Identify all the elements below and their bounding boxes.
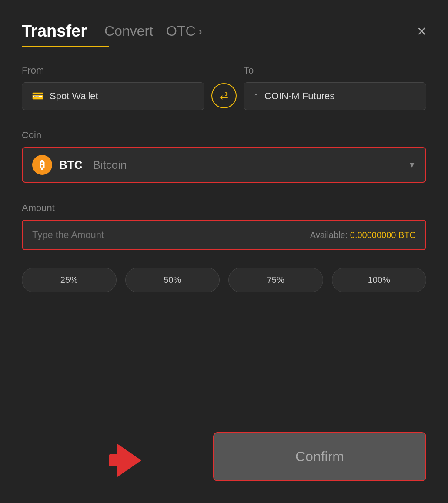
pct-100-button[interactable]: 100% (332, 268, 427, 292)
swap-button[interactable]: ⇄ (211, 83, 237, 108)
otc-chevron-icon: › (198, 24, 202, 38)
header-divider (22, 47, 426, 47)
to-column: To ↑ COIN-M Futures (244, 65, 426, 110)
tab-otc[interactable]: OTC › (166, 23, 202, 39)
from-to-section: From 💳 Spot Wallet ⇄ To ↑ COIN-M Futures (22, 65, 426, 110)
from-wallet-label: Spot Wallet (50, 91, 98, 102)
available-text: Available: 0.00000000 BTC (310, 230, 416, 240)
percentage-row: 25% 50% 75% 100% (22, 268, 426, 292)
coin-section: Coin ₿ BTC Bitcoin ▼ (22, 130, 426, 183)
from-column: From 💳 Spot Wallet (22, 65, 204, 110)
confirm-button[interactable]: Confirm (213, 432, 426, 481)
amount-section: Amount Available: 0.00000000 BTC (22, 202, 426, 250)
wallet-icon: 💳 (32, 91, 43, 102)
to-label: To (244, 65, 426, 76)
arrow-indicator (117, 444, 141, 477)
from-label: From (22, 65, 204, 76)
available-amount: 0.00000000 BTC (350, 230, 416, 240)
transfer-modal: Transfer Convert OTC › × From 💳 Spot Wal… (0, 0, 448, 503)
amount-input[interactable] (32, 229, 310, 241)
bottom-area: Confirm (22, 432, 426, 481)
pct-75-button[interactable]: 75% (228, 268, 323, 292)
btc-icon: ₿ (32, 155, 52, 175)
swap-wrapper: ⇄ (204, 83, 244, 110)
tab-transfer[interactable]: Transfer (22, 22, 87, 40)
swap-icon: ⇄ (220, 90, 228, 102)
close-button[interactable]: × (417, 23, 426, 39)
modal-header: Transfer Convert OTC › × (22, 22, 426, 40)
pct-50-button[interactable]: 50% (125, 268, 220, 292)
coin-chevron-down-icon: ▼ (408, 161, 416, 170)
amount-label: Amount (22, 202, 426, 214)
tab-convert[interactable]: Convert (104, 23, 153, 39)
coin-selector[interactable]: ₿ BTC Bitcoin ▼ (22, 147, 426, 183)
to-wallet-label: COIN-M Futures (264, 91, 334, 102)
amount-box: Available: 0.00000000 BTC (22, 220, 426, 250)
coin-label: Coin (22, 130, 426, 141)
coin-symbol: BTC (59, 158, 82, 172)
futures-icon: ↑ (254, 91, 258, 102)
right-arrow-icon (117, 444, 141, 477)
from-wallet-selector[interactable]: 💳 Spot Wallet (22, 82, 204, 110)
coin-name: Bitcoin (93, 158, 127, 172)
pct-25-button[interactable]: 25% (22, 268, 117, 292)
to-wallet-selector[interactable]: ↑ COIN-M Futures (244, 82, 426, 110)
